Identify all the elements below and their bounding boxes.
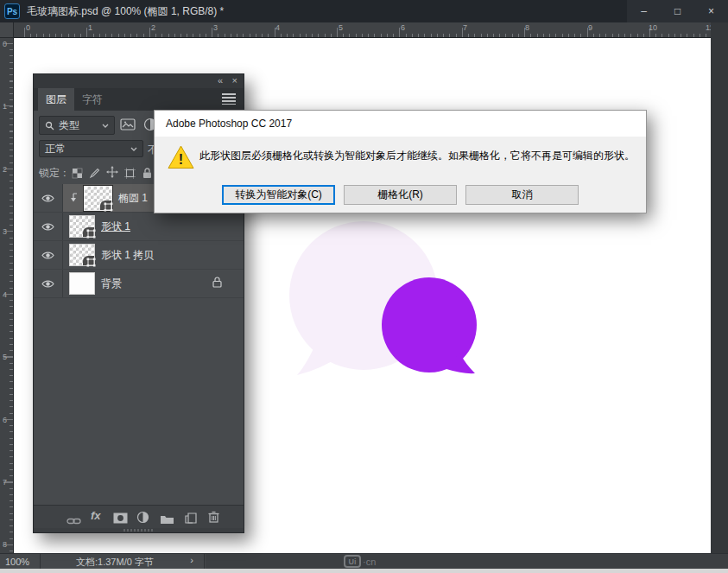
ui-cn-watermark: Ui ·cn [344, 555, 376, 568]
layer-filter-dropdown[interactable]: 类型 [39, 116, 115, 135]
vector-mask-badge-icon [86, 229, 96, 239]
title-bar: Ps 毛玻璃图标.psd @ 100% (椭圆 1, RGB/8) * – □ … [0, 0, 728, 22]
document-info-section: 文档:1.37M/0 字节 › [41, 554, 205, 569]
eye-icon [41, 251, 54, 260]
layer-name[interactable]: 形状 1 拷贝 [101, 248, 154, 263]
layer-thumbnail[interactable] [84, 186, 112, 211]
add-layer-mask-button[interactable] [113, 512, 128, 527]
status-bar-right [206, 554, 728, 569]
window-controls: – □ × [627, 0, 728, 22]
ruler-mark: 9 [588, 23, 592, 32]
clipping-mask-arrow-icon [69, 193, 78, 203]
link-layers-button[interactable] [66, 513, 81, 529]
layer-style-button[interactable]: fx [91, 509, 101, 522]
blend-mode-value: 正常 [45, 142, 126, 156]
layer-row-shape-1[interactable]: 形状 1 [34, 213, 244, 241]
photoshop-logo: Ps [4, 3, 20, 19]
ruler-mark: 1 [3, 102, 7, 111]
vertical-ruler: 0 1 2 3 4 5 6 7 8 [0, 38, 14, 553]
ruler-origin [0, 22, 14, 38]
tab-character[interactable]: 字符 [74, 88, 111, 111]
maximize-button[interactable]: □ [661, 0, 694, 22]
ruler-mark: 5 [3, 353, 7, 361]
layer-name[interactable]: 椭圆 1 [118, 191, 148, 206]
panel-resize-strip[interactable] [34, 528, 244, 532]
new-group-button[interactable] [160, 513, 174, 528]
status-expand-chevron[interactable]: › [190, 555, 193, 565]
ruler-mark: 4 [275, 23, 280, 32]
panel-header: « × [34, 74, 244, 88]
trash-icon [208, 511, 219, 523]
lock-all-button[interactable] [142, 167, 152, 182]
close-button[interactable]: × [694, 0, 728, 22]
ruler-mark: 3 [213, 23, 218, 32]
search-icon [45, 121, 54, 131]
collapse-panel-icon[interactable]: « [218, 75, 221, 86]
dialog-buttons: 转换为智能对象(C) 栅格化(R) 取消 [155, 185, 646, 205]
panel-tab-bar: 图层 字符 [34, 88, 244, 111]
lock-pixels-button[interactable] [89, 167, 100, 182]
layer-row-background[interactable]: 背景 [34, 270, 244, 298]
rasterize-button[interactable]: 栅格化(R) [344, 185, 457, 205]
ruler-mark: 6 [3, 416, 7, 424]
ui-cn-logo: Ui [344, 555, 361, 568]
minimize-button[interactable]: – [627, 0, 661, 22]
convert-to-smart-object-button[interactable]: 转换为智能对象(C) [222, 185, 335, 205]
lock-transparency-button[interactable] [72, 167, 83, 182]
ruler-mark: 8 [525, 23, 529, 32]
ruler-mark: 3 [3, 227, 7, 236]
layer-row-shape-1-copy[interactable]: 形状 1 拷贝 [34, 241, 244, 270]
ruler-mark: 0 [26, 23, 30, 32]
ruler-mark: 4 [3, 290, 7, 299]
new-layer-icon [185, 513, 197, 524]
layer-thumbnail[interactable] [69, 215, 95, 238]
artboard-frame-icon [124, 168, 136, 179]
filter-pixel-layers-icon[interactable] [120, 118, 136, 131]
lock-artboard-button[interactable] [124, 167, 136, 182]
visibility-toggle[interactable] [34, 213, 63, 240]
ui-cn-suffix: ·cn [363, 557, 376, 567]
visibility-toggle[interactable] [34, 270, 63, 297]
folder-icon [160, 514, 174, 525]
delete-layer-button[interactable] [208, 511, 219, 526]
lock-position-button[interactable] [106, 166, 118, 181]
cancel-button[interactable]: 取消 [465, 185, 579, 205]
checkerboard-icon [72, 168, 83, 179]
svg-text:!: ! [179, 152, 183, 167]
layer-thumbnail[interactable] [69, 272, 95, 295]
layer-thumbnail[interactable] [69, 244, 95, 266]
adjustment-layer-button[interactable] [136, 511, 149, 527]
horizontal-ruler: 0 1 2 3 4 5 6 7 8 9 10 11 [14, 22, 711, 38]
vector-mask-badge-icon [104, 202, 113, 212]
status-bar: 100% 文档:1.37M/0 字节 › Ui ·cn [0, 553, 728, 569]
lock-label: 锁定： [39, 166, 70, 181]
ruler-mark: 6 [401, 23, 405, 32]
window-title: 毛玻璃图标.psd @ 100% (椭圆 1, RGB/8) * [27, 4, 224, 19]
lock-icon [142, 168, 152, 179]
ruler-mark: 0 [3, 40, 7, 48]
layer-name[interactable]: 背景 [101, 277, 122, 291]
vector-mask-badge-icon [86, 258, 96, 267]
chevron-down-icon [102, 124, 109, 128]
ruler-mark: 10 [649, 23, 657, 32]
chain-link-icon [66, 517, 81, 525]
adjustment-circle-icon [136, 511, 149, 524]
close-panel-icon[interactable]: × [232, 75, 237, 86]
blend-mode-dropdown[interactable]: 正常 [39, 140, 143, 157]
ruler-mark: 2 [151, 23, 155, 32]
eye-icon [41, 222, 54, 232]
eye-icon [41, 194, 54, 203]
visibility-toggle[interactable] [34, 241, 63, 269]
ruler-mark: 7 [463, 23, 467, 32]
ruler-mark: 8 [3, 540, 7, 549]
panel-menu-icon[interactable] [222, 93, 236, 105]
filter-type-label: 类型 [59, 118, 98, 133]
warning-triangle-icon: ! [168, 145, 194, 169]
new-layer-button[interactable] [185, 512, 197, 527]
tab-layers[interactable]: 图层 [38, 88, 74, 111]
layer-name[interactable]: 形状 1 [101, 220, 130, 234]
visibility-toggle[interactable] [34, 184, 63, 212]
photoshop-window: Ps 毛玻璃图标.psd @ 100% (椭圆 1, RGB/8) * – □ … [0, 0, 728, 573]
zoom-level-field[interactable]: 100% [0, 554, 41, 569]
layer-mask-icon [113, 513, 128, 524]
